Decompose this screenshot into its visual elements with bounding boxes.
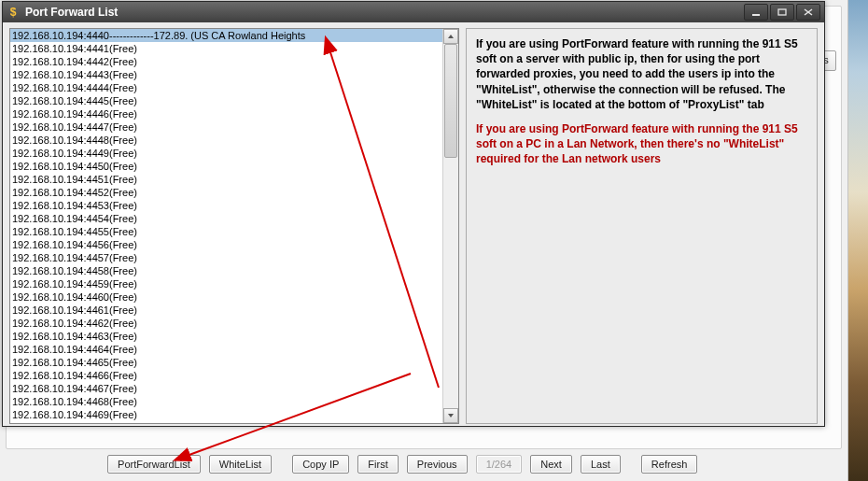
list-row[interactable]: 192.168.10.194:4468(Free) bbox=[10, 395, 443, 408]
svg-marker-5 bbox=[448, 414, 454, 417]
list-row[interactable]: 192.168.10.194:4455(Free) bbox=[10, 225, 443, 238]
scroll-track[interactable] bbox=[443, 44, 458, 408]
scroll-down-button[interactable] bbox=[443, 408, 458, 423]
list-row[interactable]: 192.168.10.194:4453(Free) bbox=[10, 199, 443, 212]
app-icon: $ bbox=[7, 6, 20, 19]
last-button[interactable]: Last bbox=[581, 455, 621, 474]
chevron-up-icon bbox=[447, 34, 455, 39]
list-row[interactable]: 192.168.10.194:4448(Free) bbox=[10, 134, 443, 147]
list-row[interactable]: 192.168.10.194:4442(Free) bbox=[10, 55, 443, 68]
scroll-thumb[interactable] bbox=[444, 44, 457, 158]
list-row[interactable]: 192.168.10.194:4463(Free) bbox=[10, 330, 443, 343]
port-forward-list-dialog: $ Port Forward List 192.168.10.194:4440-… bbox=[2, 1, 825, 427]
chevron-down-icon bbox=[447, 413, 455, 418]
first-button[interactable]: First bbox=[357, 455, 398, 474]
list-row[interactable]: 192.168.10.194:4459(Free) bbox=[10, 277, 443, 290]
list-row[interactable]: 192.168.10.194:4457(Free) bbox=[10, 251, 443, 264]
minimize-icon bbox=[751, 8, 761, 16]
list-row[interactable]: 192.168.10.194:4454(Free) bbox=[10, 212, 443, 225]
list-row[interactable]: 192.168.10.194:4441(Free) bbox=[10, 42, 443, 55]
list-row-selected[interactable]: 192.168.10.194:4440-------------172.89. … bbox=[10, 29, 443, 42]
close-button[interactable] bbox=[796, 4, 820, 21]
info-text-secondary: If you are using PortForward feature wit… bbox=[476, 121, 807, 167]
window-title: Port Forward List bbox=[25, 6, 742, 19]
close-icon bbox=[804, 8, 813, 16]
port-forward-list-button[interactable]: PortForwardList bbox=[107, 455, 201, 474]
list-row[interactable]: 192.168.10.194:4461(Free) bbox=[10, 304, 443, 317]
next-button[interactable]: Next bbox=[530, 455, 572, 474]
list-row[interactable]: 192.168.10.194:4452(Free) bbox=[10, 186, 443, 199]
list-row[interactable]: 192.168.10.194:4469(Free) bbox=[10, 408, 443, 421]
bottom-toolbar: PortForwardList WhiteList Copy IP First … bbox=[0, 451, 847, 481]
list-row[interactable]: 192.168.10.194:4443(Free) bbox=[10, 68, 443, 81]
list-row[interactable]: 192.168.10.194:4466(Free) bbox=[10, 369, 443, 382]
list-row[interactable]: 192.168.10.194:4460(Free) bbox=[10, 290, 443, 304]
info-pane: If you are using PortForward feature wit… bbox=[466, 28, 818, 424]
vertical-scrollbar[interactable] bbox=[442, 29, 458, 423]
list-row[interactable]: 192.168.10.194:4462(Free) bbox=[10, 317, 443, 330]
page-indicator: 1/264 bbox=[476, 455, 523, 474]
svg-rect-0 bbox=[752, 14, 760, 16]
list-row[interactable]: 192.168.10.194:4451(Free) bbox=[10, 173, 443, 186]
refresh-button[interactable]: Refresh bbox=[641, 455, 698, 474]
scroll-up-button[interactable] bbox=[443, 29, 458, 44]
copy-ip-button[interactable]: Copy IP bbox=[292, 455, 349, 474]
minimize-button[interactable] bbox=[744, 4, 768, 21]
maximize-button[interactable] bbox=[770, 4, 794, 21]
white-list-button[interactable]: WhiteList bbox=[209, 455, 272, 474]
titlebar[interactable]: $ Port Forward List bbox=[3, 2, 824, 22]
info-text-primary: If you are using PortForward feature wit… bbox=[476, 36, 807, 112]
list-row[interactable]: 192.168.10.194:4446(Free) bbox=[10, 107, 443, 120]
list-row[interactable]: 192.168.10.194:4464(Free) bbox=[10, 343, 443, 356]
previous-button[interactable]: Previous bbox=[407, 455, 468, 474]
list-row[interactable]: 192.168.10.194:4445(Free) bbox=[10, 94, 443, 107]
desktop-wallpaper bbox=[847, 0, 868, 481]
svg-marker-4 bbox=[448, 35, 454, 38]
list-row[interactable]: 192.168.10.194:4450(Free) bbox=[10, 160, 443, 173]
list-row[interactable]: 192.168.10.194:4467(Free) bbox=[10, 382, 443, 395]
list-row[interactable]: 192.168.10.194:4447(Free) bbox=[10, 120, 443, 134]
list-row[interactable]: 192.168.10.194:4458(Free) bbox=[10, 264, 443, 277]
list-row[interactable]: 192.168.10.194:4456(Free) bbox=[10, 238, 443, 251]
port-list-pane[interactable]: 192.168.10.194:4440-------------172.89. … bbox=[9, 28, 459, 424]
list-row[interactable]: 192.168.10.194:4465(Free) bbox=[10, 356, 443, 369]
list-row[interactable]: 192.168.10.194:4449(Free) bbox=[10, 147, 443, 160]
list-row[interactable]: 192.168.10.194:4444(Free) bbox=[10, 81, 443, 94]
maximize-icon bbox=[777, 8, 787, 16]
svg-rect-1 bbox=[778, 9, 786, 15]
